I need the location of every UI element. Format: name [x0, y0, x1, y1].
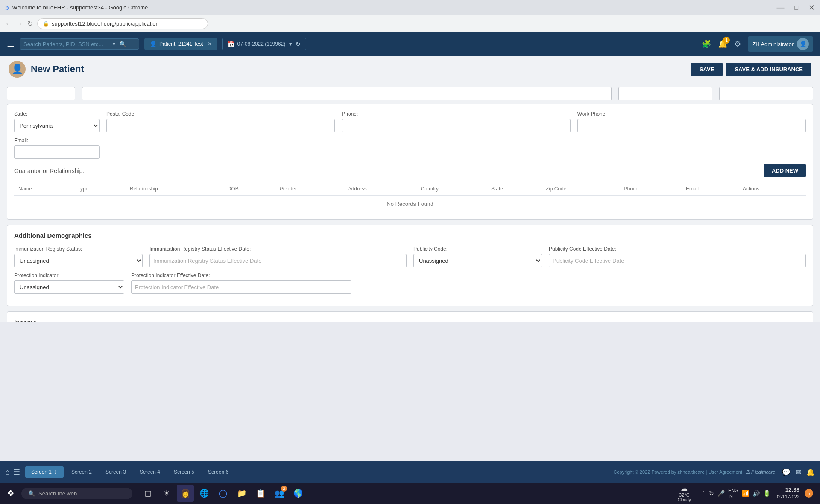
patient-search-box[interactable]: ▼ 🔍 — [20, 38, 139, 50]
edge-icon[interactable]: 🌐 — [196, 485, 213, 502]
patient-avatar-large: 👤 — [9, 61, 26, 78]
contact-section: State: Pennsylvania Alabama California N… — [7, 104, 813, 220]
appointment-tab-icon: 📅 — [228, 41, 235, 47]
address-field-1[interactable] — [7, 87, 75, 100]
wifi-icon[interactable]: 📶 — [742, 490, 749, 497]
browser-logo: b — [5, 4, 9, 11]
user-label: ZH Administrator — [752, 41, 794, 47]
win-sys-icons: ⌃ ↻ 🎤 ENGIN 📶 🔊 🔋 — [701, 487, 770, 500]
email-label: Email: — [14, 138, 100, 144]
search-icon[interactable]: 🔍 — [119, 41, 126, 47]
immunization-status-select[interactable]: Unassigned Active Inactive — [14, 254, 143, 267]
taskbar-screen-6[interactable]: Screen 6 — [202, 466, 234, 478]
email-input[interactable] — [14, 145, 100, 159]
income-title: Income — [14, 319, 806, 322]
restore-icon[interactable]: □ — [795, 4, 798, 11]
hamburger-menu-icon[interactable]: ☰ — [7, 39, 15, 49]
patient-tab-close-icon[interactable]: ✕ — [208, 41, 212, 47]
publicity-date-label: Publicity Code Effective Date: — [549, 246, 806, 252]
address-field[interactable]: 🔒 supporttest12.blueehr.org/public/appli… — [37, 18, 208, 29]
notification-badge: 1 — [723, 37, 730, 44]
taskbar-list-icon[interactable]: ☰ — [13, 467, 20, 477]
protection-date-input[interactable] — [131, 280, 351, 294]
save-add-insurance-button[interactable]: SAVE & ADD INSURANCE — [726, 63, 811, 76]
minimize-icon[interactable]: — — [777, 3, 785, 12]
postal-label: Postal Code: — [106, 111, 335, 117]
globe-icon[interactable]: 🌎 — [290, 485, 307, 502]
teams-icon[interactable]: 👩 — [177, 485, 194, 502]
taskbar-screen-4[interactable]: Screen 4 — [134, 466, 166, 478]
taskview-icon[interactable]: ▢ — [139, 485, 156, 502]
chevron-icon[interactable]: ⌃ — [701, 490, 706, 496]
taskbar-email-icon[interactable]: ✉ — [796, 468, 801, 476]
appointment-tab[interactable]: 📅 07-08-2022 (119962) ▼ ↻ — [222, 38, 307, 50]
win-taskbar-right: ☁ 32°C Cloudy ⌃ ↻ 🎤 ENGIN 📶 🔊 🔋 12:38 02… — [678, 484, 813, 502]
reload-icon[interactable]: ↻ — [27, 20, 33, 28]
battery-icon: 🔋 — [763, 490, 770, 497]
save-button[interactable]: SAVE — [691, 63, 723, 76]
work-phone-label: Work Phone: — [577, 111, 806, 117]
guarantor-wrapper: Guarantor or Relationship: ADD NEW Name … — [14, 164, 806, 212]
forward-icon[interactable]: → — [16, 20, 23, 28]
taskbar-screen-2[interactable]: Screen 2 — [65, 466, 98, 478]
taskbar-home-icon[interactable]: ⌂ — [5, 468, 10, 477]
publicity-date-input[interactable] — [549, 254, 806, 267]
guarantor-table: Name Type Relationship DOB Gender Addres… — [14, 182, 806, 212]
volume-icon[interactable]: 🔊 — [753, 490, 760, 497]
phone-input[interactable] — [342, 119, 570, 132]
address-field-3[interactable] — [618, 87, 712, 100]
chrome-icon[interactable]: ◯ — [214, 485, 231, 502]
windows-search-box[interactable]: 🔍 Search the web — [21, 488, 132, 499]
lock-icon: 🔒 — [43, 21, 49, 27]
taskbar-chat-icon[interactable]: 💬 — [782, 468, 791, 476]
protection-indicator-select[interactable]: Unassigned Yes No — [14, 280, 124, 294]
windows-start-icon[interactable]: ❖ — [7, 488, 15, 498]
col-phone: Phone — [619, 182, 682, 196]
sync-icon[interactable]: ↻ — [709, 490, 714, 497]
files-icon[interactable]: 📁 — [233, 485, 250, 502]
windows-search-text: Search the web — [38, 490, 77, 497]
work-phone-input[interactable] — [577, 119, 806, 132]
patient-search-input[interactable] — [23, 41, 109, 47]
win-clock[interactable]: 12:38 02-11-2022 — [776, 486, 800, 501]
notification-center-icon[interactable]: 5 — [805, 489, 813, 498]
taskbar-screen-3[interactable]: Screen 3 — [100, 466, 132, 478]
patient-tab[interactable]: 👤 Patient, 21341 Test ✕ — [144, 38, 217, 50]
guarantor-title: Guarantor or Relationship: — [14, 167, 84, 174]
app-navbar: ☰ ▼ 🔍 👤 Patient, 21341 Test ✕ 📅 07-08-20… — [0, 32, 820, 56]
taskbar-screen-1[interactable]: Screen 1 ⇧ — [25, 466, 64, 478]
postal-input[interactable] — [106, 119, 335, 132]
address-field-2[interactable] — [82, 87, 612, 100]
top-address-row — [7, 87, 813, 100]
puzzle-icon[interactable]: 🧩 — [702, 39, 711, 49]
patient-tab-icon: 👤 — [149, 41, 157, 47]
appointment-dropdown-icon[interactable]: ▼ — [288, 41, 293, 47]
back-icon[interactable]: ← — [5, 20, 12, 28]
close-icon[interactable]: ✕ — [808, 3, 815, 12]
address-field-4[interactable] — [719, 87, 813, 100]
publicity-code-select[interactable]: Unassigned Yes No — [413, 254, 542, 267]
bell-icon[interactable]: 🔔 1 — [718, 39, 727, 49]
col-actions: Actions — [738, 182, 806, 196]
col-state: State — [487, 182, 542, 196]
add-new-button[interactable]: ADD NEW — [764, 164, 806, 177]
weather-icon: ☁ — [681, 484, 688, 492]
settings-icon[interactable]: ⚙ — [734, 39, 741, 49]
user-menu[interactable]: ZH Administrator 👤 — [748, 36, 813, 52]
widgets-icon[interactable]: ☀ — [158, 485, 175, 502]
immunization-date-label: Immunization Registry Status Effective D… — [149, 246, 407, 252]
patient-tab-label: Patient, 21341 Test — [159, 41, 203, 47]
search-dropdown-icon[interactable]: ▼ — [111, 41, 117, 47]
immunization-date-input[interactable] — [149, 254, 407, 267]
taskbar-bell-icon[interactable]: 🔔 — [806, 468, 815, 476]
teams2-icon[interactable]: 👥 2 — [271, 485, 288, 502]
state-select[interactable]: Pennsylvania Alabama California New York… — [14, 119, 100, 132]
taskbar-screen-5[interactable]: Screen 5 — [168, 466, 200, 478]
notes-icon[interactable]: 📋 — [252, 485, 269, 502]
weather-widget: ☁ 32°C Cloudy — [678, 484, 691, 502]
col-name: Name — [14, 182, 73, 196]
no-records-text: No Records Found — [14, 196, 806, 213]
appointment-refresh-icon[interactable]: ↻ — [296, 41, 301, 47]
mic-icon[interactable]: 🎤 — [718, 490, 725, 497]
income-section: Income Effective Start Date: — [7, 311, 813, 322]
